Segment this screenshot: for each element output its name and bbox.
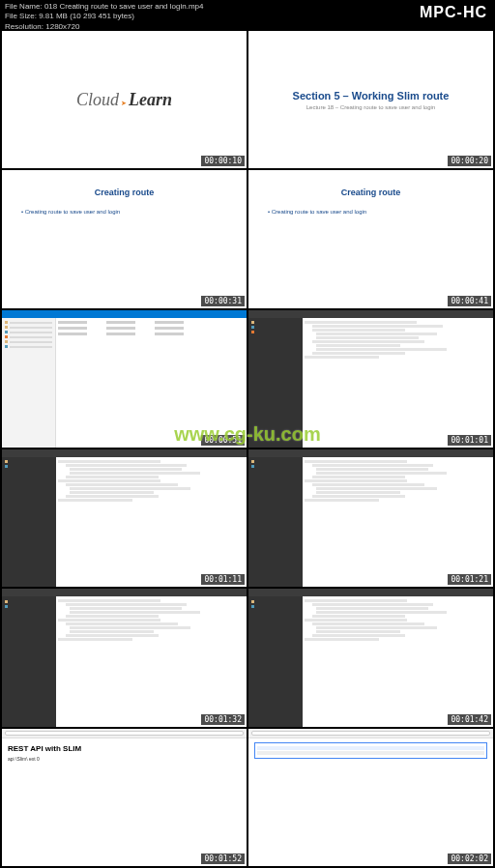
folder-icon <box>251 321 254 324</box>
folder-icon <box>5 600 8 603</box>
filename-label: File Name: <box>5 2 43 11</box>
timestamp: 00:00:41 <box>448 296 491 306</box>
editor-sidebar <box>2 596 56 726</box>
explorer-sidebar <box>2 318 56 448</box>
timestamp: 00:01:11 <box>201 574 245 585</box>
folder-icon <box>5 340 8 343</box>
file-icon <box>251 331 254 333</box>
file-icon <box>5 605 8 608</box>
folder-icon <box>5 321 8 324</box>
thumbnail[interactable]: Creating route • Creating route to save … <box>248 170 493 307</box>
browser-content: REST API with SLIM api \Slim\ ext 0 <box>2 738 247 767</box>
file-icon <box>5 465 8 468</box>
logo-text-b: Learn <box>129 90 172 109</box>
player-logo: MPC-HC <box>420 4 487 21</box>
editor-titlebar <box>248 310 493 318</box>
editor-titlebar <box>248 449 493 457</box>
browser-toolbar <box>2 729 247 738</box>
editor-titlebar <box>2 449 247 457</box>
resolution-value: 1280x720 <box>45 22 79 31</box>
folder-icon <box>5 326 8 329</box>
code-editor <box>303 596 493 726</box>
slide-title: Creating route <box>260 188 481 197</box>
timestamp: 00:01:42 <box>448 714 491 725</box>
section-subtitle: Lecture 18 – Creating route to save user… <box>306 104 435 110</box>
timestamp: 00:01:01 <box>448 435 491 446</box>
thumbnail[interactable]: 00:02:02 <box>248 729 493 866</box>
thumbnail[interactable]: Creating route • Creating route to save … <box>2 170 247 307</box>
thumbnail[interactable]: 00:01:11 <box>2 449 247 587</box>
editor-sidebar <box>2 457 56 587</box>
autocomplete-dropdown <box>254 742 487 759</box>
folder-icon <box>5 460 8 463</box>
timestamp: 00:00:10 <box>201 156 245 166</box>
editor-titlebar <box>2 589 247 596</box>
address-bar <box>251 731 490 736</box>
timestamp: 00:00:31 <box>201 296 245 306</box>
page-text: api \Slim\ ext 0 <box>8 756 241 762</box>
info-header: File Name: 018 Creating route to save us… <box>0 0 495 29</box>
resolution-label: Resolution: <box>5 22 44 31</box>
thumbnail[interactable]: Cloud ➤ Learn 00:00:10 <box>2 31 247 168</box>
watermark: www.cg-ku.com <box>174 423 321 446</box>
filename-value: 018 Creating route to save user and logi… <box>44 2 204 11</box>
code-editor <box>56 596 247 726</box>
thumbnail[interactable]: 00:01:42 <box>248 589 493 726</box>
file-icon <box>5 345 8 348</box>
editor-titlebar <box>248 589 493 596</box>
code-editor <box>303 318 493 448</box>
file-icon <box>251 465 254 468</box>
filename-line: File Name: 018 Creating route to save us… <box>5 2 490 12</box>
section-title: Section 5 – Working Slim route <box>293 90 450 101</box>
slide-bullet: • Creating route to save user and login <box>268 209 481 215</box>
filesize-value: 9.81 MB (10 293 451 bytes) <box>39 12 134 20</box>
timestamp: 00:01:52 <box>201 854 245 864</box>
file-icon <box>251 605 254 608</box>
arrow-icon: ➤ <box>121 100 127 106</box>
code-editor <box>303 457 493 587</box>
window-titlebar <box>2 310 247 318</box>
editor-sidebar <box>248 457 303 587</box>
slide-title: Creating route <box>14 188 235 197</box>
timestamp: 00:01:21 <box>448 574 491 585</box>
folder-icon <box>251 460 254 463</box>
thumbnail[interactable]: Section 5 – Working Slim route Lecture 1… <box>248 31 493 168</box>
address-bar <box>5 731 244 736</box>
autocomplete-item <box>257 746 484 750</box>
folder-icon <box>251 600 254 603</box>
timestamp: 00:01:32 <box>201 714 245 725</box>
thumbnail[interactable]: 00:01:21 <box>248 449 493 587</box>
thumbnail[interactable]: REST API with SLIM api \Slim\ ext 0 00:0… <box>2 729 247 866</box>
editor-sidebar <box>248 596 303 726</box>
splash-logo: Cloud ➤ Learn <box>76 90 172 110</box>
file-icon <box>5 331 8 333</box>
page-heading: REST API with SLIM <box>8 744 241 753</box>
file-icon <box>5 335 8 338</box>
thumbnail-grid: Cloud ➤ Learn 00:00:10 Section 5 – Worki… <box>0 29 495 868</box>
timestamp: 00:00:20 <box>448 156 491 166</box>
slide-bullet: • Creating route to save user and login <box>21 209 235 215</box>
browser-toolbar <box>248 729 493 738</box>
code-editor <box>56 457 247 587</box>
thumbnail[interactable]: 00:01:32 <box>2 589 247 726</box>
autocomplete-item <box>257 751 484 755</box>
timestamp: 00:02:02 <box>448 854 491 864</box>
filesize-line: File Size: 9.81 MB (10 293 451 bytes) <box>5 12 490 21</box>
logo-text-a: Cloud <box>76 90 119 109</box>
filesize-label: File Size: <box>5 12 37 20</box>
file-icon <box>251 326 254 329</box>
